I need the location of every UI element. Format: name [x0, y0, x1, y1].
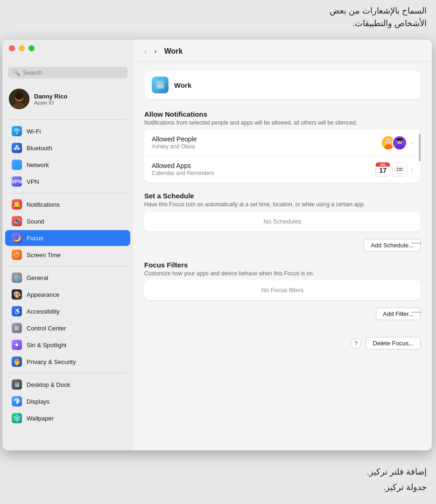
allowed-apps-left: Allowed Apps Calendar and Reminders	[152, 162, 214, 176]
main-window: 🔍 Danny Rico Apple ID	[2, 40, 432, 450]
sidebar-item-general[interactable]: ⚙️ General	[5, 270, 130, 286]
search-icon: 🔍	[13, 69, 20, 76]
app-icons-group: JUL 17	[375, 162, 407, 177]
no-filters: No Focus filters	[144, 280, 421, 300]
sidebar-item-wifi[interactable]: Wi-Fi	[5, 123, 130, 139]
sidebar-item-notifications[interactable]: 🔔 Notifications	[5, 196, 130, 212]
svg-rect-22	[399, 170, 402, 171]
sidebar-divider-4	[9, 373, 127, 373]
sidebar-item-vpn[interactable]: VPN VPN	[5, 174, 130, 189]
annotation-schedule: جدولة تركيز.	[367, 480, 427, 495]
sidebar-item-displays[interactable]: 💎 Displays	[5, 393, 130, 409]
sidebar-item-network[interactable]: 🌐 Network	[5, 157, 130, 173]
avatar-olivia	[392, 135, 407, 150]
allowed-apps-row[interactable]: Allowed Apps Calendar and Reminders JUL …	[144, 156, 421, 182]
card-scrollbar	[419, 133, 421, 179]
sidebar-item-bluetooth[interactable]: ⁂ Bluetooth	[5, 140, 130, 156]
sidebar-label-bluetooth: Bluetooth	[27, 145, 52, 152]
svg-point-19	[397, 168, 398, 169]
accessibility-icon: ♿	[12, 306, 22, 316]
user-info: Danny Rico Apple ID	[34, 93, 68, 105]
sidebar: 🔍 Danny Rico Apple ID	[2, 40, 133, 450]
filter-callout-line	[411, 312, 422, 312]
wifi-icon	[12, 126, 22, 136]
focus-filters-title: Focus Filters	[144, 261, 421, 269]
svg-point-11	[389, 140, 390, 141]
delete-focus-button[interactable]: Delete Focus...	[366, 337, 421, 350]
add-schedule-row: Add Schedule...	[144, 235, 421, 252]
schedule-callout-line	[411, 243, 422, 244]
focus-card-title: Work	[174, 81, 191, 89]
user-subtitle: Apple ID	[34, 100, 68, 105]
privacy-icon: 🖐	[12, 357, 22, 367]
sidebar-label-sound: Sound	[27, 218, 44, 225]
focus-filters-section: Focus Filters Customize how your apps an…	[144, 261, 421, 321]
focus-icon: 🌙	[12, 233, 22, 243]
page-title: Work	[164, 47, 183, 56]
annotation-filter: إضافة فلتر تركيز.	[367, 464, 427, 479]
reminders-app-icon	[392, 162, 407, 177]
siri-icon: ✦	[12, 340, 22, 350]
sidebar-label-screentime: Screen Time	[27, 252, 61, 259]
focus-card: 🗂 Work	[144, 71, 421, 99]
search-input[interactable]	[23, 69, 123, 76]
allowed-apps-title: Allowed Apps	[152, 162, 214, 169]
svg-rect-18	[395, 166, 404, 173]
sidebar-item-controlcenter[interactable]: ⊞ Control Center	[5, 320, 130, 336]
allowed-people-title: Allowed People	[152, 135, 197, 143]
svg-text:🗂: 🗂	[157, 82, 163, 89]
svg-point-16	[398, 140, 399, 141]
cal-month: JUL	[376, 162, 390, 167]
minimize-button[interactable]	[19, 45, 25, 51]
allow-notifications-header: Allow Notifications Notifications from s…	[144, 110, 421, 127]
allowed-people-row[interactable]: Allowed People Ashley and Olivia	[144, 130, 421, 156]
help-button[interactable]: ?	[351, 338, 361, 349]
sidebar-label-vpn: VPN	[27, 178, 39, 185]
sidebar-item-siri[interactable]: ✦ Siri & Spotlight	[5, 337, 130, 353]
sidebar-label-privacy: Privacy & Security	[27, 358, 76, 365]
back-button[interactable]: ‹	[142, 46, 148, 56]
sidebar-label-accessibility: Accessibility	[27, 308, 60, 315]
content-area: 🗂 Work Allow Notifications Notifications…	[133, 62, 432, 368]
schedule-card: No Schedules	[144, 211, 421, 231]
forward-button[interactable]: ›	[152, 46, 158, 56]
svg-point-4	[15, 91, 23, 100]
scrollbar-thumb	[419, 133, 421, 161]
bottom-row: ? Delete Focus...	[144, 337, 421, 359]
add-filter-button[interactable]: Add Filter...	[376, 308, 421, 320]
sidebar-item-desktop[interactable]: 🖥 Desktop & Dock	[5, 377, 130, 392]
wallpaper-icon: ❄️	[12, 413, 22, 423]
sidebar-label-notifications: Notifications	[27, 201, 60, 208]
sidebar-label-wallpaper: Wallpaper	[27, 415, 54, 422]
people-avatars	[381, 135, 407, 150]
sidebar-label-focus: Focus	[27, 235, 43, 242]
vpn-icon: VPN	[12, 176, 22, 187]
sidebar-label-desktop: Desktop & Dock	[27, 381, 70, 388]
add-schedule-button[interactable]: Add Schedule...	[364, 239, 421, 252]
sidebar-item-wallpaper[interactable]: ❄️ Wallpaper	[5, 410, 130, 426]
user-name: Danny Rico	[34, 93, 68, 100]
people-chevron: ›	[411, 139, 413, 147]
add-filter-row: Add Filter...	[144, 304, 421, 320]
sidebar-item-screentime[interactable]: ⏱ Screen Time	[5, 247, 130, 263]
sidebar-item-accessibility[interactable]: ♿ Accessibility	[5, 303, 130, 319]
close-button[interactable]	[9, 45, 15, 51]
sidebar-item-appearance[interactable]: 🎨 Appearance	[5, 287, 130, 302]
allowed-apps-sub: Calendar and Reminders	[152, 170, 214, 176]
svg-rect-20	[399, 168, 402, 169]
allowed-people-left: Allowed People Ashley and Olivia	[152, 135, 197, 150]
calendar-app-icon: JUL 17	[375, 162, 390, 177]
maximize-button[interactable]	[28, 45, 35, 51]
search-box[interactable]: 🔍	[8, 67, 127, 78]
svg-point-10	[387, 140, 387, 141]
sidebar-item-focus[interactable]: 🌙 Focus	[5, 230, 130, 246]
sidebar-item-sound[interactable]: 🔊 Sound	[5, 213, 130, 229]
user-profile[interactable]: Danny Rico Apple ID	[2, 85, 133, 117]
svg-point-21	[397, 169, 398, 171]
allow-notifications-section: Allow Notifications Notifications from s…	[144, 110, 421, 182]
controlcenter-icon: ⊞	[12, 323, 22, 333]
no-schedules: No Schedules	[144, 211, 421, 231]
sidebar-label-wifi: Wi-Fi	[27, 128, 41, 135]
sidebar-item-privacy[interactable]: 🖐 Privacy & Security	[5, 354, 130, 370]
focus-filters-header: Focus Filters Customize how your apps an…	[144, 261, 421, 278]
